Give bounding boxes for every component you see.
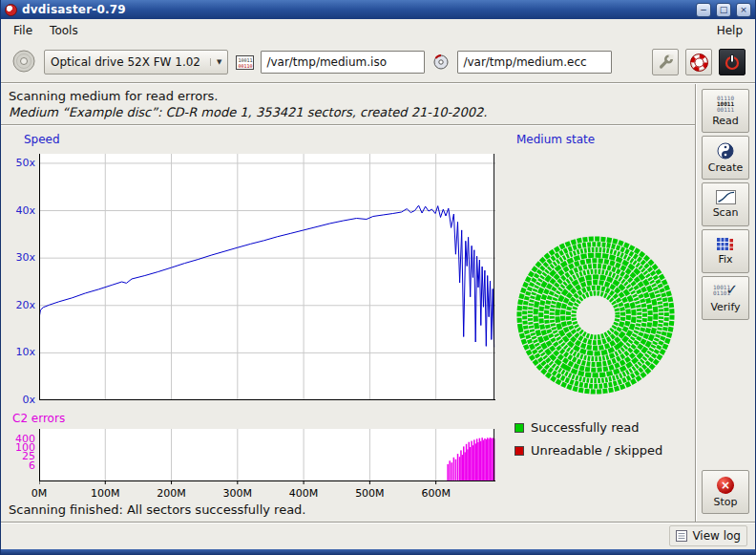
axis-tick-label: 100 <box>9 441 35 454</box>
drive-select[interactable]: Optical drive 52X FW 1.02 ▼ <box>44 50 228 75</box>
stop-button[interactable]: × Stop <box>702 470 749 514</box>
read-button[interactable]: 01110 10011 00111 Read <box>702 89 749 133</box>
medium-state-title: Medium state <box>516 133 595 146</box>
legend-swatch-red <box>514 446 524 456</box>
status-line: Scanning medium for read errors. <box>9 89 218 103</box>
iso-path-input[interactable] <box>261 51 425 74</box>
scan-panel: Scanning medium for read errors. Medium … <box>1 84 695 522</box>
app-window: dvdisaster-0.79 − □ × File Tools Help Op… <box>0 0 756 555</box>
legend-unreadable: Unreadable / skipped <box>514 443 662 458</box>
fix-button[interactable]: Fix <box>702 229 749 273</box>
drive-select-value: Optical drive 52X FW 1.02 <box>51 55 200 69</box>
create-label: Create <box>708 161 744 174</box>
speed-chart-title: Speed <box>24 133 60 146</box>
read-bits-icon: 01110 10011 00111 <box>717 96 734 113</box>
log-icon <box>676 530 687 542</box>
check-glyph: ✓ <box>725 281 738 298</box>
verify-check-icon: 10011 01101 ✓ <box>713 283 738 299</box>
axis-tick-label: 40x <box>9 204 35 217</box>
legend-label: Unreadable / skipped <box>531 443 662 458</box>
close-button[interactable]: × <box>736 3 751 17</box>
drive-icon-button[interactable] <box>10 49 37 75</box>
medium-state-disc <box>510 229 682 401</box>
c2-errors-title: C2 errors <box>12 412 65 425</box>
maximize-button[interactable]: □ <box>716 3 731 17</box>
axis-tick-label: 25 <box>9 450 35 462</box>
menu-help[interactable]: Help <box>708 20 751 41</box>
ecc-path-input[interactable] <box>457 51 612 74</box>
quit-button[interactable] <box>719 49 746 75</box>
axis-tick-label: 6 <box>9 459 35 472</box>
verify-label: Verify <box>710 301 740 313</box>
bits-row: 00111 <box>717 107 734 113</box>
medium-info-line: Medium “Example disc”: CD-R mode 1, 3534… <box>9 105 487 119</box>
axis-tick-label: 400 <box>9 433 35 445</box>
axis-tick-label: 10x <box>9 346 35 358</box>
menubar: File Tools Help <box>1 19 755 42</box>
wrench-icon <box>658 54 674 71</box>
scan-button[interactable]: Scan <box>702 182 749 226</box>
fix-label: Fix <box>718 253 732 266</box>
axis-tick-label: 100M <box>86 487 124 500</box>
axis-tick-label: 200M <box>153 487 191 500</box>
legend-label: Successfully read <box>531 420 639 435</box>
view-log-label: View log <box>692 529 741 543</box>
axis-tick-label: 0M <box>20 487 58 500</box>
window-title: dvdisaster-0.79 <box>22 3 691 16</box>
c2-errors-chart <box>39 429 495 486</box>
stop-icon: × <box>717 477 734 494</box>
axis-tick-label: 400M <box>284 487 323 500</box>
view-log-button[interactable]: View log <box>669 525 747 546</box>
create-button[interactable]: Create <box>702 136 749 180</box>
axis-tick-label: 500M <box>350 487 388 500</box>
axis-tick-label: 0x <box>9 394 35 406</box>
bottom-bar: View log <box>1 522 755 549</box>
stop-button-area: × Stop <box>696 470 755 514</box>
yin-yang-icon <box>717 142 734 160</box>
stop-label: Stop <box>713 496 737 508</box>
axis-tick-label: 50x <box>9 157 35 169</box>
power-icon <box>724 53 741 71</box>
fix-blocks-icon <box>716 237 735 251</box>
preferences-button[interactable] <box>652 49 679 75</box>
scan-graph-icon <box>716 190 736 204</box>
read-label: Read <box>712 115 739 127</box>
speed-chart <box>39 154 495 400</box>
app-icon[interactable] <box>5 4 17 16</box>
svg-text:00110: 00110 <box>238 62 252 68</box>
window-frame-edge <box>1 549 755 555</box>
verify-button[interactable]: 10011 01101 ✓ Verify <box>702 276 749 320</box>
toolbar: Optical drive 52X FW 1.02 ▼ 10011 00110 <box>1 42 755 82</box>
axis-tick-label: 300M <box>219 487 257 500</box>
lifebuoy-icon <box>690 53 708 72</box>
titlebar: dvdisaster-0.79 − □ × <box>1 0 755 19</box>
disc-icon <box>11 49 36 74</box>
minimize-button[interactable]: − <box>696 3 711 17</box>
axis-tick-label: 20x <box>9 299 35 311</box>
image-file-icon: 10011 00110 <box>235 54 254 70</box>
dvdisaster-help-button[interactable] <box>685 49 712 75</box>
axis-tick-label: 600M <box>417 487 455 500</box>
scan-result-message: Scanning finished: All sectors successfu… <box>9 502 306 517</box>
info-separator <box>1 124 695 126</box>
main-content: Scanning medium for read errors. Medium … <box>1 84 755 522</box>
scan-label: Scan <box>713 206 739 219</box>
legend-successfully-read: Successfully read <box>514 420 639 435</box>
legend-swatch-green <box>514 423 524 433</box>
ecc-file-icon <box>431 54 451 70</box>
action-sidebar: 01110 10011 00111 Read Create <box>695 84 755 522</box>
menu-tools[interactable]: Tools <box>41 20 87 41</box>
menu-file[interactable]: File <box>5 20 41 41</box>
chevron-down-icon: ▼ <box>210 58 221 66</box>
axis-tick-label: 30x <box>9 251 35 264</box>
